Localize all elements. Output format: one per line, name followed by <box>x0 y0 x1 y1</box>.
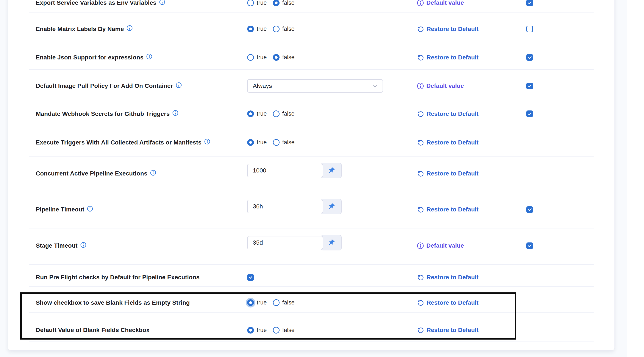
radio-false-label[interactable]: false <box>282 26 295 32</box>
row-checkbox[interactable] <box>526 206 533 213</box>
action-label: Restore to Default <box>426 299 478 306</box>
setting-row: Default Value of Blank Fields Checkbox t… <box>8 313 614 342</box>
info-icon[interactable] <box>87 206 93 212</box>
radio-true[interactable] <box>247 299 254 306</box>
radio-false[interactable] <box>273 327 280 334</box>
info-icon[interactable] <box>172 110 178 116</box>
setting-row: Export Service Variables as Env Variable… <box>8 0 614 13</box>
radio-true[interactable] <box>247 54 254 61</box>
radio-true-label[interactable]: true <box>257 299 267 306</box>
setting-row: Execute Triggers With All Collected Arti… <box>8 128 614 157</box>
radio-true[interactable] <box>247 139 254 146</box>
radio-false[interactable] <box>273 26 280 32</box>
pipeline-settings-screen: { "strings": { "true_label": "true", "fa… <box>0 0 644 357</box>
pin-button[interactable] <box>321 199 342 214</box>
setting-label: Pipeline Timeout <box>36 206 84 213</box>
restore-to-default-link[interactable]: Restore to Default <box>417 327 478 334</box>
radio-true[interactable] <box>247 110 254 117</box>
setting-control: truefalse <box>247 128 411 157</box>
default-value-link[interactable]: Default value <box>417 0 464 6</box>
action-label: Restore to Default <box>426 54 478 61</box>
setting-control: truefalse <box>247 316 411 344</box>
radio-false[interactable] <box>273 299 280 306</box>
control-checkbox[interactable] <box>247 274 254 281</box>
info-icon[interactable] <box>150 170 156 176</box>
setting-label: Default Value of Blank Fields Checkbox <box>36 327 150 334</box>
restore-to-default-link[interactable]: Restore to Default <box>417 25 478 33</box>
pull-policy-select[interactable]: Always <box>247 79 383 93</box>
row-checkbox[interactable] <box>526 54 533 61</box>
radio-false-label[interactable]: false <box>282 0 295 6</box>
value-input[interactable] <box>247 236 323 249</box>
restore-to-default-link[interactable]: Restore to Default <box>417 299 478 306</box>
row-checkbox[interactable] <box>526 0 533 6</box>
info-icon[interactable] <box>159 0 165 5</box>
setting-control <box>247 225 411 261</box>
select-value: Always <box>253 82 372 89</box>
info-icon[interactable] <box>126 25 133 31</box>
pin-button[interactable] <box>321 235 342 250</box>
radio-true-label[interactable]: true <box>257 26 267 32</box>
setting-label: Export Service Variables as Env Variable… <box>36 0 156 6</box>
row-checkbox[interactable] <box>526 83 533 89</box>
radio-false-label[interactable]: false <box>282 327 295 334</box>
right-checkbox-cell <box>526 289 539 316</box>
info-icon[interactable] <box>80 242 86 248</box>
radio-true-label[interactable]: true <box>257 110 267 117</box>
radio-false[interactable] <box>273 54 280 61</box>
radio-true[interactable] <box>247 26 254 32</box>
setting-row: Pipeline Timeout Restore to Default <box>8 192 614 228</box>
radio-false[interactable] <box>273 110 280 117</box>
value-input[interactable] <box>247 164 323 177</box>
restore-to-default-link[interactable]: Restore to Default <box>417 54 478 61</box>
info-icon[interactable] <box>176 82 182 88</box>
row-checkbox[interactable] <box>526 26 533 32</box>
info-icon <box>417 0 424 6</box>
right-checkbox-cell <box>526 316 539 344</box>
row-checkbox[interactable] <box>526 242 533 249</box>
radio-group: truefalse <box>247 299 301 306</box>
pin-button[interactable] <box>321 163 342 178</box>
radio-false[interactable] <box>273 139 280 146</box>
radio-false-label[interactable]: false <box>282 299 295 306</box>
restore-to-default-link[interactable]: Restore to Default <box>417 110 478 118</box>
radio-group: truefalse <box>247 54 301 61</box>
setting-label: Default Image Pull Policy For Add On Con… <box>36 82 173 89</box>
scrollbar-area <box>627 0 644 357</box>
radio-false-label[interactable]: false <box>282 110 295 117</box>
restore-to-default-link[interactable]: Restore to Default <box>417 206 478 213</box>
value-input[interactable] <box>247 200 323 213</box>
setting-control <box>247 266 411 288</box>
setting-label: Show checkbox to save Blank Fields as Em… <box>36 299 190 306</box>
setting-row: Concurrent Active Pipeline Executions Re… <box>8 157 614 192</box>
right-checkbox-cell <box>526 191 539 228</box>
default-value-link[interactable]: Default value <box>417 242 464 249</box>
row-checkbox[interactable] <box>526 110 533 117</box>
restore-to-default-link[interactable]: Restore to Default <box>417 170 478 177</box>
info-icon[interactable] <box>146 53 152 60</box>
radio-true[interactable] <box>247 327 254 334</box>
restore-to-default-link[interactable]: Restore to Default <box>417 274 478 281</box>
action-label: Restore to Default <box>426 170 478 177</box>
text-input-group <box>247 163 342 178</box>
setting-control: truefalse <box>247 0 411 13</box>
radio-false[interactable] <box>273 0 280 6</box>
radio-false-label[interactable]: false <box>282 54 295 61</box>
action-label: Restore to Default <box>426 26 478 32</box>
setting-label: Stage Timeout <box>36 242 78 249</box>
radio-true-label[interactable]: true <box>257 327 267 334</box>
info-icon[interactable] <box>204 138 210 145</box>
restore-to-default-link[interactable]: Restore to Default <box>417 139 478 146</box>
radio-false-label[interactable]: false <box>282 139 295 146</box>
action-label: Default value <box>426 242 464 249</box>
radio-true-label[interactable]: true <box>257 0 267 6</box>
right-checkbox-cell <box>526 71 539 100</box>
radio-group: truefalse <box>247 26 301 32</box>
default-value-link[interactable]: Default value <box>417 82 464 90</box>
radio-true-label[interactable]: true <box>257 139 267 146</box>
text-input-group <box>247 235 342 250</box>
radio-true-label[interactable]: true <box>257 54 267 61</box>
setting-control: truefalse <box>247 43 411 72</box>
setting-label: Enable Json Support for expressions <box>36 54 144 61</box>
radio-true[interactable] <box>247 0 254 6</box>
